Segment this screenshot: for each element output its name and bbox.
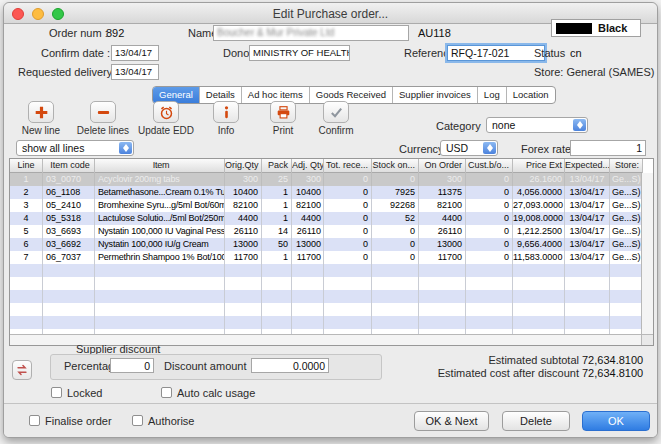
currency-select[interactable]: USD — [440, 140, 498, 156]
table-cell — [513, 316, 565, 329]
table-cell — [262, 290, 292, 303]
locked-checkbox[interactable] — [51, 387, 62, 398]
discount-amount-field[interactable]: 0.0000 — [251, 358, 329, 373]
table-cell — [95, 277, 225, 290]
table-row-line-6[interactable]: 603_6692Nystatin 100,000 IU/g Cream13000… — [10, 238, 643, 251]
column-header-tot-rece[interactable]: Tot. rece... — [324, 159, 372, 173]
table-row-line-1[interactable]: 103_0070Acyclovir 200mg tabs300253000030… — [10, 173, 643, 186]
delete-button[interactable]: Delete — [502, 411, 570, 431]
tab-log[interactable]: Log — [478, 87, 507, 103]
table-cell — [466, 264, 513, 277]
table-cell — [292, 264, 324, 277]
table-cell: Ge...S) — [610, 238, 643, 251]
table-cell — [565, 277, 610, 290]
table-cell: 05_2410 — [43, 199, 95, 212]
clock-icon — [153, 101, 179, 123]
column-header-item[interactable]: Item — [95, 159, 225, 173]
table-cell: 11,583.0000 — [513, 251, 565, 264]
table-row-line-2[interactable]: 206_1108Betamethasone...Cream 0.1% Tube1… — [10, 186, 643, 199]
ok-button[interactable]: OK — [582, 411, 650, 431]
forex-rate-field[interactable]: 1 — [570, 140, 646, 156]
printer-icon — [270, 101, 296, 123]
category-value: none — [492, 119, 515, 131]
delete-lines-button[interactable]: Delete lines — [71, 101, 135, 136]
table-cell — [466, 316, 513, 329]
finalise-order-checkbox[interactable] — [29, 415, 40, 426]
auto-calc-usage-checkbox[interactable] — [161, 387, 172, 398]
table-cell — [10, 277, 43, 290]
percentage-field[interactable]: 0 — [110, 358, 154, 373]
tab-location[interactable]: Location — [507, 87, 555, 103]
table-row-line-3[interactable]: 305_2410Bromhexine Syru...g/5ml Bot/60ml… — [10, 199, 643, 212]
column-header-price-ext[interactable]: Price Ext — [513, 159, 565, 173]
table-cell — [610, 290, 643, 303]
reference-field[interactable]: RFQ-17-021 — [447, 45, 545, 61]
table-cell — [372, 290, 419, 303]
color-select[interactable]: Black — [551, 19, 641, 37]
table-cell: 13/04/17 — [565, 225, 610, 238]
column-header-expected[interactable]: Expected... — [565, 159, 610, 173]
table-cell — [262, 316, 292, 329]
table-cell — [95, 303, 225, 316]
table-cell: 13/04/17 — [565, 251, 610, 264]
column-header-item-code[interactable]: Item code — [43, 159, 95, 173]
column-header-store[interactable]: Store: — [610, 159, 643, 173]
column-header-orig-qty[interactable]: Orig.Qty — [225, 159, 262, 173]
show-lines-select[interactable]: show all lines — [16, 140, 134, 156]
recalculate-button[interactable] — [12, 360, 32, 380]
table-cell: 03_0070 — [43, 173, 95, 186]
column-header-on-order[interactable]: On Order — [419, 159, 466, 173]
column-header-line[interactable]: Line — [10, 159, 43, 173]
table-cell: 0 — [324, 238, 372, 251]
column-header-stock-on[interactable]: Stock on... — [372, 159, 419, 173]
column-header-cust-b-o[interactable]: Cust.b/o... — [466, 159, 513, 173]
table-cell — [324, 290, 372, 303]
table-cell: 1 — [262, 186, 292, 199]
table-cell: 4400 — [292, 212, 324, 225]
table-cell — [292, 277, 324, 290]
category-select[interactable]: none — [486, 117, 588, 133]
table-cell: 4 — [10, 212, 43, 225]
check-icon — [323, 101, 349, 123]
table-row-line-5[interactable]: 503_6693Nystatin 100,000 IU Vaginal Pess… — [10, 225, 643, 238]
table-cell: 13/04/17 — [565, 173, 610, 186]
new-line-label: New line — [22, 125, 60, 136]
table-row-empty — [10, 303, 643, 316]
table-cell: Nystatin 100,000 IU Vaginal Pessary — [95, 225, 225, 238]
table-cell: 300 — [292, 173, 324, 186]
table-cell — [225, 316, 262, 329]
new-line-button[interactable]: New line — [9, 101, 73, 136]
confirm-button[interactable]: Confirm — [304, 101, 368, 136]
table-cell: 0 — [372, 225, 419, 238]
color-name: Black — [598, 22, 627, 34]
table-cell — [565, 290, 610, 303]
table-row-line-7[interactable]: 706_7037Permethrin Shampoo 1% Bot/100ml1… — [10, 251, 643, 264]
table-cell: 0 — [466, 251, 513, 264]
info-button[interactable]: Info — [194, 101, 258, 136]
tab-supplier-invoices[interactable]: Supplier invoices — [393, 87, 478, 103]
confirm-date-field[interactable]: 13/04/17 — [111, 45, 159, 61]
table-cell: 27,093.0000 — [513, 199, 565, 212]
estimated-cost-after-discount-value: 72,634.8100 — [582, 367, 642, 379]
table-cell — [513, 264, 565, 277]
order-num-value: 892 — [106, 27, 124, 39]
table-cell: 03_6692 — [43, 238, 95, 251]
name-field[interactable]: Boucher & Mur Private Ltd — [213, 25, 409, 41]
table-cell: 1 — [262, 212, 292, 225]
table-cell — [43, 316, 95, 329]
donor-field[interactable]: MINISTRY OF HEALTH — [249, 45, 350, 61]
table-cell — [610, 264, 643, 277]
requested-delivery-field[interactable]: 13/04/17 — [111, 64, 159, 80]
table-cell: 0 — [324, 199, 372, 212]
column-header-adj-qty[interactable]: Adj. Qty — [292, 159, 324, 173]
table-cell: 0 — [466, 238, 513, 251]
table-row-line-4[interactable]: 405_5318Lactulose Solutio.../5ml Bot/250… — [10, 212, 643, 225]
vertical-scrollbar[interactable] — [641, 173, 653, 334]
update-edd-button[interactable]: Update EDD — [134, 101, 198, 136]
order-num-label: Order num : — [49, 27, 108, 39]
column-header-pack[interactable]: Pack — [262, 159, 292, 173]
ok-next-button[interactable]: OK & Next — [414, 411, 489, 431]
table-cell: 0 — [372, 173, 419, 186]
table-cell — [10, 303, 43, 316]
authorise-checkbox[interactable] — [132, 415, 143, 426]
